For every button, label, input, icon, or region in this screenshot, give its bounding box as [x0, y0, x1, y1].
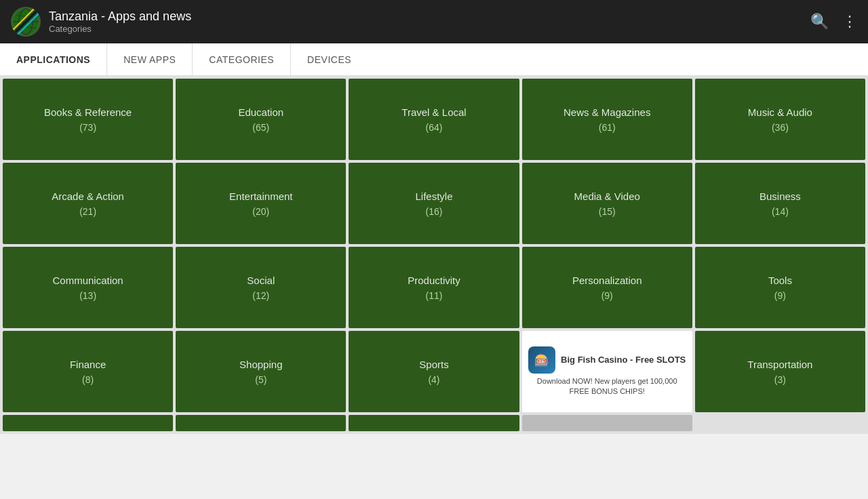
app-logo: [11, 7, 41, 37]
category-count: (64): [426, 122, 443, 133]
category-name: Social: [241, 275, 280, 286]
category-grid-row4: Finance (8) Shopping (5) Sports (4) 🎰 Bi…: [0, 331, 868, 415]
category-finance-count: (8): [82, 374, 94, 385]
category-name: Travel & Local: [396, 106, 471, 118]
category-tile[interactable]: Books & Reference (73): [3, 79, 173, 160]
partial-tile-1: [3, 415, 173, 431]
category-name: Arcade & Action: [46, 191, 130, 202]
category-tile[interactable]: Communication (13): [3, 247, 173, 328]
category-transportation-count: (3): [774, 374, 786, 385]
category-name: Productivity: [402, 275, 466, 286]
category-name: Music & Audio: [743, 106, 818, 118]
ad-header: 🎰 Big Fish Casino - Free SLOTS: [528, 346, 686, 374]
category-grid: Books & Reference (73) Education (65) Tr…: [0, 76, 868, 331]
category-count: (9): [601, 290, 613, 301]
category-shopping[interactable]: Shopping (5): [176, 331, 346, 412]
category-count: (12): [252, 290, 269, 301]
category-finance[interactable]: Finance (8): [3, 331, 173, 412]
category-transportation-name: Transportation: [742, 359, 818, 370]
category-name: Communication: [47, 275, 128, 286]
category-tile[interactable]: Social (12): [176, 247, 346, 328]
category-sports[interactable]: Sports (4): [349, 331, 519, 412]
category-count: (65): [252, 122, 269, 133]
category-name: Media & Video: [569, 191, 646, 202]
category-count: (36): [772, 122, 789, 133]
category-count: (13): [79, 290, 96, 301]
category-tile[interactable]: Business (14): [695, 163, 865, 244]
category-tile[interactable]: Travel & Local (64): [349, 79, 519, 160]
category-sports-name: Sports: [414, 359, 454, 370]
advertisement-tile[interactable]: 🎰 Big Fish Casino - Free SLOTS Download …: [522, 331, 692, 412]
category-count: (15): [599, 206, 616, 217]
header-title-group: Tanzania - Apps and news Categories: [49, 9, 810, 34]
category-name: Lifestyle: [410, 191, 458, 202]
category-name: Personalization: [567, 275, 648, 286]
category-transportation[interactable]: Transportation (3): [695, 331, 865, 412]
category-name: Education: [233, 106, 289, 118]
category-tile[interactable]: Education (65): [176, 79, 346, 160]
ad-title: Big Fish Casino - Free SLOTS: [561, 355, 686, 365]
category-shopping-count: (5): [255, 374, 267, 385]
app-subtitle: Categories: [49, 24, 810, 34]
category-tile[interactable]: Lifestyle (16): [349, 163, 519, 244]
overflow-menu-icon[interactable]: ⋮: [842, 13, 857, 31]
nav-tabs: Applications New apps Categories Devices: [0, 43, 868, 76]
category-sports-count: (4): [428, 374, 439, 385]
category-tile[interactable]: Tools (9): [695, 247, 865, 328]
header-actions: 🔍 ⋮: [810, 13, 857, 31]
category-shopping-name: Shopping: [234, 359, 288, 370]
category-tile[interactable]: Arcade & Action (21): [3, 163, 173, 244]
partial-tile-4: [522, 415, 692, 431]
category-name: Business: [754, 191, 806, 202]
search-icon[interactable]: 🔍: [810, 13, 829, 31]
category-tile[interactable]: Productivity (11): [349, 247, 519, 328]
category-tile[interactable]: Music & Audio (36): [695, 79, 865, 160]
category-name: News & Magazines: [558, 106, 656, 118]
category-count: (9): [774, 290, 786, 301]
category-count: (16): [426, 206, 443, 217]
category-tile[interactable]: Personalization (9): [522, 247, 692, 328]
category-count: (11): [426, 290, 443, 301]
tab-categories[interactable]: Categories: [193, 43, 291, 75]
app-title: Tanzania - Apps and news: [49, 9, 810, 24]
app-header: Tanzania - Apps and news Categories 🔍 ⋮: [0, 0, 868, 43]
category-name: Tools: [763, 275, 797, 286]
tab-applications[interactable]: Applications: [0, 43, 107, 75]
category-tile[interactable]: News & Magazines (61): [522, 79, 692, 160]
ad-description: Download NOW! New players get 100,000 FR…: [528, 376, 687, 397]
category-count: (20): [252, 206, 269, 217]
category-tile[interactable]: Entertainment (20): [176, 163, 346, 244]
category-tile[interactable]: Media & Video (15): [522, 163, 692, 244]
partial-tile-3: [349, 415, 519, 431]
bottom-partial-row: [0, 415, 868, 434]
category-count: (14): [772, 206, 789, 217]
category-count: (73): [79, 122, 96, 133]
category-name: Books & Reference: [39, 106, 137, 118]
partial-tile-2: [176, 415, 346, 431]
ad-icon: 🎰: [528, 346, 555, 374]
category-name: Entertainment: [224, 191, 298, 202]
category-count: (21): [79, 206, 96, 217]
tab-devices[interactable]: Devices: [291, 43, 368, 75]
category-finance-name: Finance: [64, 359, 111, 370]
category-count: (61): [599, 122, 616, 133]
tab-new-apps[interactable]: New apps: [107, 43, 193, 75]
